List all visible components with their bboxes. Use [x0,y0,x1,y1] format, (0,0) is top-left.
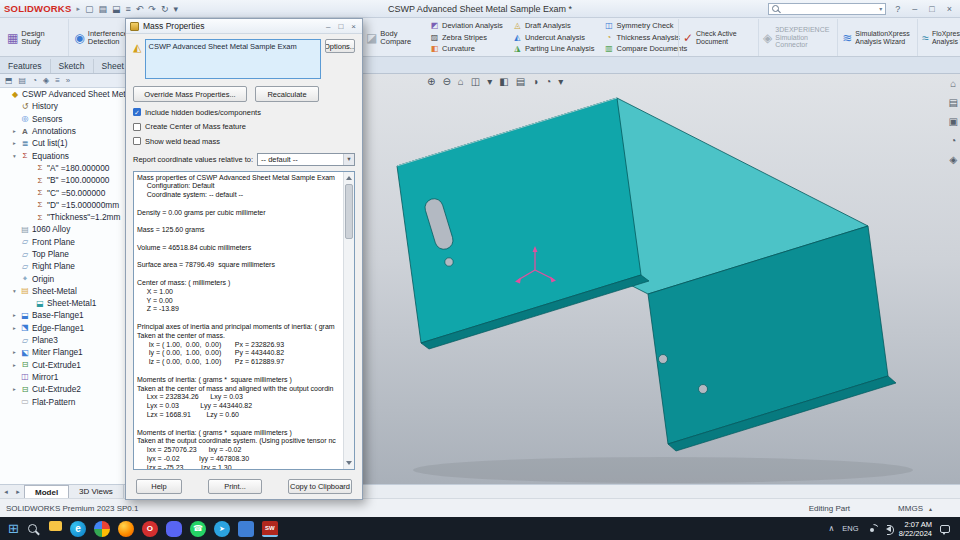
tree-item[interactable]: Σ "Thickness"=1.2mm [0,211,126,223]
tree-expand-icon[interactable]: ▸ [13,140,20,146]
quick-access-icon[interactable]: ↻ [161,4,169,14]
checkbox[interactable] [133,137,141,145]
part-hole[interactable] [699,385,708,394]
dialog-minimize-button[interactable]: – [324,22,332,31]
tree-item[interactable]: ▭ Flat-Pattern [0,395,126,407]
dialog-maximize-button[interactable]: □ [336,22,345,31]
ribbon-button[interactable]: ◔ Thickness Analysis [605,32,688,44]
dialog-close-button[interactable]: × [349,22,358,31]
quick-access-icon[interactable]: ↷ [148,4,156,14]
checkbox[interactable]: ✓ [133,108,141,116]
options-button[interactable]: Options... [325,39,355,53]
command-tab[interactable]: Sketch [51,59,94,73]
taskbar-app-icon[interactable]: O [142,521,158,537]
print-button[interactable]: Print... [208,479,262,494]
tree-expand-icon[interactable]: ▾ [13,288,20,294]
taskbar-app-icon[interactable]: e [70,521,86,537]
dialog-titlebar[interactable]: Mass Properties – □ × [126,19,362,34]
units-selector[interactable]: MMGS [898,504,923,513]
help-button[interactable]: ? [892,4,903,14]
tree-item[interactable]: ▸ A Annotations [0,125,126,137]
quick-access-icon[interactable]: ▤ [98,4,107,14]
tab-model[interactable]: Model [24,485,69,498]
selection-list[interactable]: CSWP Advanced Sheet Metal Sample Exam [145,39,321,79]
feature-manager-tab-icon[interactable]: ▤ [19,76,27,85]
scroll-down-icon[interactable] [346,461,352,465]
taskbar-search-icon[interactable] [28,524,37,533]
start-button[interactable]: ⊞ [8,521,19,536]
maximize-button[interactable]: □ [926,4,937,14]
taskbar-clock[interactable]: 2:07 AM 8/22/2024 [899,520,932,538]
ribbon-button[interactable]: ≈ FloXpress Analysis Wizard [917,19,960,56]
tree-item[interactable]: ▸ ⊟ Cut-Extrude1 [0,359,126,371]
ribbon-button[interactable]: ◭ Undercut Analysis [513,32,595,44]
search-input[interactable] [782,4,876,13]
dialog-checkbox-row[interactable]: Show weld bead mass [133,137,355,146]
ribbon-button[interactable]: ≋ SimulationXpress Analysis Wizard [837,19,917,56]
taskbar-app-icon[interactable] [94,521,110,537]
units-caret-icon[interactable]: ▴ [929,505,932,512]
ribbon-button[interactable]: ◫ Symmetry Check [605,20,688,32]
part-hole[interactable] [659,355,668,364]
taskbar-app-icon[interactable] [166,521,182,537]
command-tab[interactable]: Features [0,59,51,73]
tray-expand-icon[interactable]: ∧ [829,524,835,533]
tree-expand-icon[interactable]: ▸ [13,128,20,134]
search-caret-icon[interactable]: ▾ [879,5,882,12]
help-button[interactable]: Help [136,479,182,494]
tab-3d-views[interactable]: 3D Views [69,485,124,498]
override-mass-properties-button[interactable]: Override Mass Properties... [133,86,247,102]
tree-expand-icon[interactable]: ▾ [13,153,20,159]
part-hole[interactable] [445,258,453,266]
ribbon-button[interactable]: ◧ Curvature [430,43,503,55]
tab-next-icon[interactable]: ▸ [12,485,24,498]
taskbar-app-icon[interactable] [49,521,62,531]
tab-prev-icon[interactable]: ◂ [0,485,12,498]
quick-access-icon[interactable]: ▢ [85,4,94,14]
tree-item[interactable]: Σ "C" =50.000000 [0,186,126,198]
mass-properties-report[interactable]: Mass properties of CSWP Advanced Sheet M… [133,171,355,470]
tree-item[interactable]: ▱ Right Plane [0,260,126,272]
dialog-checkbox-row[interactable]: ✓ Include hidden bodies/components [133,108,355,117]
menu-caret-icon[interactable]: ▸ [76,5,80,13]
quick-access-icon[interactable]: ▾ [173,4,178,14]
tree-item[interactable]: ▾ Σ Equations [0,149,126,161]
tree-item[interactable]: ⬓ Sheet-Metal1 [0,297,126,309]
quick-access-icon[interactable]: ≡ [126,4,131,14]
feature-manager-tab-icon[interactable]: ◔ [32,76,37,85]
taskbar-app-icon[interactable]: SW [262,521,278,537]
tree-item[interactable]: ▸ ⬔ Edge-Flange1 [0,322,126,334]
ribbon-button[interactable]: ▥ Compare Documents [605,43,688,55]
feature-manager-tab-icon[interactable]: ≡ [55,76,60,85]
coordinate-system-select[interactable]: -- default -- ▼ [257,153,355,166]
dialog-checkbox-row[interactable]: Create Center of Mass feature [133,122,355,131]
tree-expand-icon[interactable]: ▸ [13,312,20,318]
language-indicator[interactable]: ENG [842,524,858,533]
tree-item[interactable]: ▸ ≣ Cut list(1) [0,137,126,149]
ribbon-button[interactable]: ◩ Deviation Analysis [430,20,503,32]
feature-manager-tab-icon[interactable]: ⬒ [5,76,13,85]
tree-item[interactable]: ▾ ▤ Sheet-Metal [0,285,126,297]
speaker-icon[interactable] [886,526,891,532]
tree-item[interactable]: ◫ Mirror1 [0,371,126,383]
scroll-up-icon[interactable] [346,176,352,180]
tree-item[interactable]: ▱ Plane3 [0,334,126,346]
taskbar-app-icon[interactable] [118,521,134,537]
ribbon-button[interactable]: ▨ Zebra Stripes [430,32,503,44]
tree-item[interactable]: ▤ 1060 Alloy [0,223,126,235]
report-scrollbar[interactable] [343,172,354,469]
notification-icon[interactable] [940,525,950,533]
taskbar-app-icon[interactable] [238,521,254,537]
body-compare-button[interactable]: ◪ Body Compare [366,19,418,56]
tree-expand-icon[interactable]: ▸ [13,349,20,355]
tree-item[interactable]: ⌖ Origin [0,272,126,284]
tree-item[interactable]: ▱ Front Plane [0,236,126,248]
tree-expand-icon[interactable]: ▸ [13,362,20,368]
tree-item[interactable]: ▸ ⬕ Miter Flange1 [0,346,126,358]
ribbon-button[interactable]: ◬ Draft Analysis [513,20,595,32]
ribbon-button[interactable]: ◮ Parting Line Analysis [513,43,595,55]
tree-item[interactable]: ▸ ⊟ Cut-Extrude2 [0,383,126,395]
feature-manager-tab-icon[interactable]: » [66,76,70,85]
wifi-icon[interactable] [867,524,878,533]
tree-item[interactable]: ◆ CSWP Advanced Sheet Metal Sample Exam [0,88,126,100]
